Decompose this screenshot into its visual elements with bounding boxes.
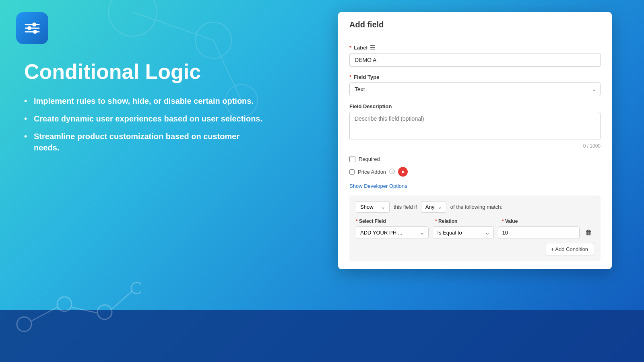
modal-title: Add field bbox=[349, 20, 601, 29]
field-type-text: Field Type bbox=[354, 74, 379, 80]
svg-point-10 bbox=[33, 30, 37, 34]
label-input[interactable] bbox=[349, 53, 601, 67]
field-type-label: * Field Type bbox=[349, 74, 601, 80]
field-type-required-star: * bbox=[349, 74, 351, 80]
svg-point-13 bbox=[97, 305, 112, 319]
select-field-required: * bbox=[356, 218, 358, 224]
of-following-text: of the following match: bbox=[450, 204, 502, 210]
field-description-form-group: Field Description 0 / 1000 bbox=[349, 103, 601, 149]
relation-select-wrapper: Is Equal to Is Not Equal to Contains Doe… bbox=[433, 226, 493, 239]
svg-line-15 bbox=[31, 307, 57, 321]
value-required: * bbox=[502, 218, 504, 224]
required-checkbox[interactable] bbox=[349, 156, 355, 162]
relation-required: * bbox=[435, 218, 437, 224]
condition-value-input[interactable] bbox=[498, 226, 580, 239]
condition-row: ADD YOUR PH ... Is Equal to Is Not Equal… bbox=[356, 226, 594, 239]
trash-icon: 🗑 bbox=[585, 228, 592, 237]
char-count: 0 / 1000 bbox=[349, 143, 601, 149]
select-field-wrapper: ADD YOUR PH ... bbox=[356, 226, 429, 239]
label-required-star: * bbox=[349, 45, 351, 51]
price-addon-label[interactable]: Price Addon bbox=[358, 169, 386, 175]
price-addon-info-icon[interactable]: ⓘ bbox=[389, 168, 395, 175]
condition-headers: * Select Field * Relation * Value bbox=[356, 218, 594, 224]
delete-condition-button[interactable]: 🗑 bbox=[584, 227, 594, 239]
dev-options-link[interactable]: Show Developer Options bbox=[349, 183, 407, 189]
add-condition-row: + Add Condition bbox=[356, 243, 594, 255]
select-field-header: * Select Field bbox=[356, 218, 431, 224]
svg-line-16 bbox=[72, 307, 97, 313]
field-type-select-wrapper: Text Number Dropdown Checkbox Radio bbox=[349, 82, 601, 96]
svg-point-11 bbox=[17, 317, 31, 331]
feature-item-2: Create dynamic user experiences based on… bbox=[24, 113, 266, 124]
svg-line-2 bbox=[133, 12, 213, 40]
any-select-wrapper: Any All bbox=[421, 201, 446, 213]
label-form-group: * Label ☰ bbox=[349, 44, 601, 67]
feature-item-1: Implement rules to show, hide, or disabl… bbox=[24, 95, 266, 107]
show-select-wrapper: Show Hide Disable bbox=[356, 201, 390, 213]
select-field-dropdown[interactable]: ADD YOUR PH ... bbox=[356, 226, 429, 239]
svg-point-6 bbox=[32, 23, 36, 27]
svg-point-12 bbox=[57, 297, 72, 311]
main-title: Conditional Logic bbox=[24, 60, 266, 83]
field-description-textarea[interactable] bbox=[349, 112, 601, 140]
required-checkbox-group: Required bbox=[349, 156, 601, 162]
field-description-text: Field Description bbox=[349, 103, 392, 109]
price-addon-play-button[interactable] bbox=[398, 167, 408, 177]
field-type-form-group: * Field Type Text Number Dropdown Checkb… bbox=[349, 74, 601, 96]
price-addon-row: Price Addon ⓘ bbox=[349, 167, 601, 177]
condition-top-row: Show Hide Disable this field if Any All … bbox=[356, 201, 594, 213]
relation-header: * Relation bbox=[435, 218, 498, 224]
value-header: * Value bbox=[502, 218, 577, 224]
svg-point-8 bbox=[27, 26, 31, 30]
relation-select[interactable]: Is Equal to Is Not Equal to Contains Doe… bbox=[433, 226, 493, 239]
modal-body: * Label ☰ * Field Type Text Number Dropd… bbox=[338, 36, 612, 269]
bottom-graph-decor bbox=[12, 264, 141, 338]
label-table-icon: ☰ bbox=[370, 44, 375, 51]
field-description-label: Field Description bbox=[349, 103, 601, 109]
relation-header-text: Relation bbox=[438, 218, 457, 224]
label-text: Label bbox=[354, 45, 367, 51]
add-condition-button[interactable]: + Add Condition bbox=[545, 243, 594, 255]
svg-line-17 bbox=[112, 291, 132, 309]
left-panel: Conditional Logic Implement rules to sho… bbox=[24, 60, 266, 160]
field-type-select[interactable]: Text Number Dropdown Checkbox Radio bbox=[349, 82, 601, 96]
price-addon-checkbox[interactable] bbox=[349, 169, 355, 175]
condition-section: Show Hide Disable this field if Any All … bbox=[349, 195, 601, 261]
svg-point-0 bbox=[109, 0, 157, 36]
required-checkbox-label[interactable]: Required bbox=[359, 156, 380, 162]
svg-point-1 bbox=[195, 22, 231, 58]
select-field-header-text: Select Field bbox=[359, 218, 386, 224]
modal-header: Add field bbox=[338, 12, 612, 36]
svg-point-14 bbox=[131, 282, 141, 294]
add-field-modal: Add field * Label ☰ * Field Type Text Nu… bbox=[338, 12, 612, 269]
show-select[interactable]: Show Hide Disable bbox=[356, 201, 390, 213]
feature-item-3: Streamline product customization based o… bbox=[24, 131, 266, 153]
feature-list: Implement rules to show, hide, or disabl… bbox=[24, 95, 266, 153]
label-field-label: * Label ☰ bbox=[349, 44, 601, 51]
this-field-if-text: this field if bbox=[394, 204, 417, 210]
value-header-text: Value bbox=[505, 218, 518, 224]
any-select[interactable]: Any All bbox=[421, 201, 446, 213]
app-logo bbox=[16, 12, 48, 44]
